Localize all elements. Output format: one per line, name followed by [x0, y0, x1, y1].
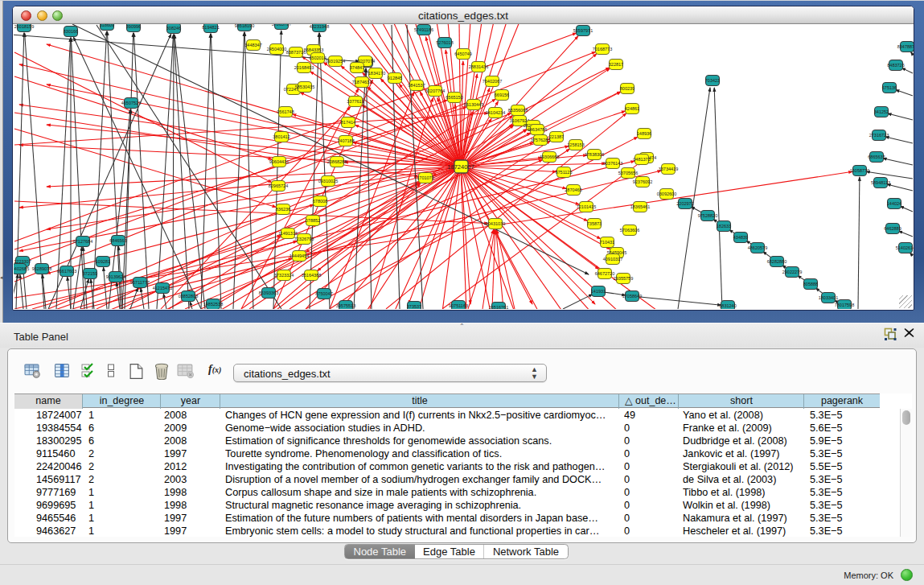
- svg-text:6502014: 6502014: [309, 56, 326, 60]
- svg-text:669156: 669156: [495, 93, 509, 97]
- svg-text:76402067: 76402067: [483, 79, 502, 84]
- svg-text:3448347: 3448347: [244, 43, 261, 47]
- svg-text:92376092: 92376092: [633, 179, 652, 184]
- svg-text:675136: 675136: [882, 85, 897, 90]
- svg-text:90139624: 90139624: [106, 274, 125, 279]
- svg-text:67127684: 67127684: [73, 239, 92, 244]
- svg-text:800239: 800239: [620, 86, 634, 91]
- svg-text:26018159: 26018159: [14, 24, 34, 29]
- svg-text:6846563: 6846563: [109, 238, 126, 243]
- svg-text:85356068: 85356068: [508, 108, 528, 113]
- svg-text:70168773: 70168773: [593, 47, 612, 51]
- svg-text:64672720: 64672720: [595, 271, 614, 276]
- svg-text:57491186: 57491186: [414, 27, 433, 32]
- svg-text:6865635: 6865635: [868, 154, 885, 159]
- svg-text:51402614: 51402614: [896, 245, 914, 250]
- svg-text:3377617: 3377617: [347, 99, 363, 104]
- svg-text:29022279: 29022279: [782, 270, 802, 274]
- svg-text:836236: 836236: [276, 207, 290, 212]
- svg-text:8483726: 8483726: [887, 63, 904, 68]
- svg-text:09319254: 09319254: [326, 59, 345, 64]
- svg-text:33734419: 33734419: [659, 167, 678, 171]
- svg-text:109281: 109281: [96, 259, 110, 264]
- svg-text:43231948: 43231948: [310, 24, 329, 29]
- svg-text:41215472: 41215472: [153, 286, 172, 290]
- svg-text:29355759: 29355759: [614, 276, 633, 281]
- svg-text:60207764: 60207764: [425, 89, 445, 93]
- svg-text:0481373: 0481373: [633, 157, 650, 162]
- svg-text:14449454: 14449454: [290, 253, 309, 258]
- svg-text:57063606: 57063606: [620, 228, 639, 233]
- svg-text:40910317: 40910317: [603, 257, 622, 262]
- svg-text:56130445: 56130445: [464, 102, 483, 107]
- svg-text:3801412: 3801412: [273, 134, 290, 139]
- svg-text:15058770: 15058770: [850, 168, 869, 173]
- svg-text:141931: 141931: [591, 289, 606, 294]
- svg-text:678008: 678008: [313, 199, 327, 204]
- svg-text:6751125: 6751125: [555, 170, 572, 175]
- svg-text:8750047: 8750047: [315, 291, 332, 296]
- svg-text:144024: 144024: [887, 201, 901, 206]
- svg-text:1701073: 1701073: [417, 175, 433, 180]
- svg-text:83873716: 83873716: [286, 50, 306, 55]
- svg-text:434839: 434839: [733, 235, 748, 240]
- svg-text:83478878: 83478878: [897, 44, 914, 49]
- svg-text:805888: 805888: [803, 282, 818, 286]
- svg-text:37865797: 37865797: [272, 24, 291, 27]
- svg-text:03852808: 03852808: [179, 294, 198, 299]
- svg-text:37323324: 37323324: [274, 273, 294, 278]
- svg-text:20168493: 20168493: [294, 65, 314, 70]
- svg-text:6450749: 6450749: [454, 51, 471, 56]
- svg-text:817414: 817414: [341, 120, 355, 125]
- svg-text:26516761: 26516761: [489, 305, 508, 309]
- svg-text:95289078: 95289078: [32, 266, 51, 271]
- svg-text:71874633: 71874633: [352, 80, 372, 84]
- svg-text:7407188: 7407188: [337, 138, 354, 143]
- svg-text:6462889: 6462889: [884, 226, 901, 231]
- svg-text:18033401: 18033401: [819, 295, 838, 300]
- svg-text:90751163: 90751163: [449, 303, 468, 308]
- svg-text:11491316: 11491316: [278, 231, 298, 236]
- svg-text:55597971: 55597971: [573, 28, 593, 33]
- svg-text:148936: 148936: [637, 131, 651, 136]
- svg-text:0561748: 0561748: [277, 109, 294, 114]
- svg-text:221387: 221387: [549, 134, 564, 139]
- svg-text:078852: 078852: [306, 218, 320, 223]
- svg-text:68282880: 68282880: [767, 259, 786, 264]
- svg-text:322817: 322817: [609, 62, 623, 67]
- svg-text:308246: 308246: [166, 26, 181, 31]
- svg-text:0831240: 0831240: [719, 303, 736, 308]
- svg-text:18724007: 18724007: [447, 163, 474, 171]
- svg-text:373537: 373537: [407, 304, 421, 309]
- svg-text:46507529: 46507529: [121, 101, 141, 105]
- svg-text:27316723: 27316723: [869, 133, 889, 138]
- svg-text:390996: 390996: [126, 24, 141, 29]
- svg-text:372159: 372159: [83, 271, 97, 276]
- svg-text:2202972: 2202972: [676, 201, 693, 206]
- svg-text:44634786: 44634786: [528, 127, 547, 132]
- svg-text:710431: 710431: [600, 240, 614, 245]
- svg-text:50431039: 50431039: [486, 221, 505, 226]
- svg-text:735873: 735873: [587, 221, 602, 226]
- svg-text:374847: 374847: [350, 65, 364, 70]
- svg-text:86843353: 86843353: [304, 47, 323, 52]
- svg-text:00376143: 00376143: [603, 161, 622, 166]
- svg-text:830166: 830166: [64, 29, 78, 34]
- svg-text:8194821: 8194821: [202, 25, 219, 30]
- svg-text:78017598: 78017598: [835, 303, 854, 307]
- svg-text:49306668: 49306668: [540, 154, 559, 159]
- svg-text:93518190: 93518190: [235, 24, 254, 28]
- svg-text:58948113: 58948113: [871, 180, 890, 185]
- svg-text:912845: 912845: [388, 76, 402, 80]
- svg-text:18365461: 18365461: [630, 204, 650, 209]
- svg-text:58530435: 58530435: [295, 84, 314, 89]
- svg-text:35164388: 35164388: [302, 273, 321, 278]
- svg-text:85393363: 85393363: [259, 290, 278, 295]
- svg-text:14852538: 14852538: [203, 302, 223, 307]
- svg-text:72326793: 72326793: [294, 237, 314, 241]
- svg-text:182633: 182633: [717, 224, 731, 229]
- svg-text:97528820: 97528820: [698, 213, 717, 218]
- svg-text:95711777: 95711777: [130, 280, 150, 285]
- svg-text:24504000: 24504000: [267, 47, 286, 51]
- svg-text:66617603: 66617603: [57, 269, 76, 274]
